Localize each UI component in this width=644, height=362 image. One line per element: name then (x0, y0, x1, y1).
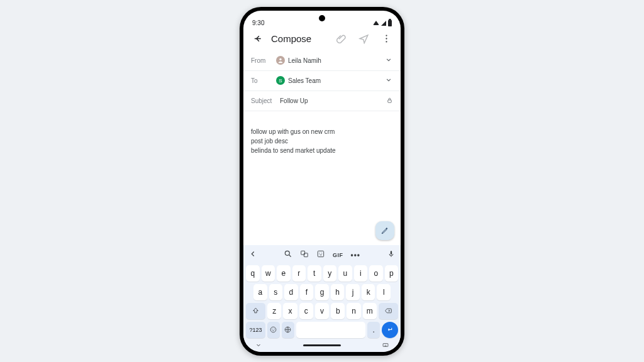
spacebar-key[interactable] (296, 322, 365, 338)
kb-more[interactable]: ••• (350, 251, 360, 260)
recipient-chip-name: Sales Team (288, 77, 321, 84)
key-c[interactable]: c (299, 303, 313, 319)
key-l[interactable]: l (377, 284, 391, 300)
period-key[interactable]: . (367, 322, 380, 338)
from-expand[interactable] (384, 55, 393, 65)
numeric-key[interactable]: ?123 (246, 322, 265, 338)
key-z[interactable]: z (267, 303, 281, 319)
app-header: Compose (243, 27, 401, 51)
svg-point-5 (285, 251, 289, 255)
key-b[interactable]: b (331, 303, 345, 319)
kb-sticker[interactable] (316, 250, 325, 261)
system-nav-bar (243, 339, 401, 352)
kb-mic[interactable] (387, 250, 396, 261)
to-label: To (251, 77, 271, 84)
screen: 9:30 Compose From (243, 11, 401, 352)
svg-point-14 (274, 329, 275, 329)
phone-frame: 9:30 Compose From (240, 7, 404, 356)
key-x[interactable]: x (283, 303, 297, 319)
more-button[interactable] (377, 30, 396, 48)
chevron-down-icon (255, 341, 262, 349)
kb-gif[interactable]: GIF (333, 252, 343, 258)
sticker-icon (316, 250, 325, 258)
magic-pen-icon (380, 226, 389, 235)
key-u[interactable]: u (338, 265, 352, 282)
front-camera (319, 15, 325, 21)
key-o[interactable]: o (369, 265, 383, 282)
subject-label: Subject (251, 97, 275, 104)
svg-point-2 (386, 41, 387, 42)
shift-icon (252, 307, 260, 315)
keyboard-icon (382, 341, 389, 349)
send-icon (358, 33, 369, 44)
onscreen-keyboard: GIF ••• qwertyuiop asdfghjkl zxcvbnm ?12… (243, 245, 401, 339)
to-expand[interactable] (384, 75, 393, 85)
back-button[interactable] (248, 30, 267, 48)
confidential-mode-icon[interactable] (386, 97, 393, 105)
kb-nav-back[interactable] (248, 250, 257, 261)
kb-translate[interactable] (300, 250, 309, 261)
svg-point-0 (386, 35, 387, 36)
subject-row[interactable]: Subject Follow Up (243, 91, 401, 111)
to-value: S Sales Team (276, 76, 379, 85)
nav-keyboard-hide[interactable] (255, 340, 262, 351)
key-s[interactable]: s (269, 284, 283, 300)
chevron-down-icon (384, 75, 393, 84)
from-label: From (251, 57, 271, 64)
kb-row-2: asdfghjkl (246, 284, 398, 300)
wifi-icon (373, 21, 379, 25)
send-button[interactable] (354, 30, 373, 48)
shift-key[interactable] (246, 303, 265, 319)
key-j[interactable]: j (346, 284, 360, 300)
svg-rect-8 (318, 251, 323, 256)
from-row[interactable]: From Leila Namih (243, 51, 401, 71)
key-h[interactable]: h (331, 284, 345, 300)
key-i[interactable]: i (354, 265, 368, 282)
key-f[interactable]: f (300, 284, 314, 300)
key-g[interactable]: g (315, 284, 329, 300)
person-icon (277, 57, 284, 63)
svg-point-1 (386, 38, 387, 39)
key-m[interactable]: m (363, 303, 377, 319)
nav-keyboard-switch[interactable] (382, 340, 389, 351)
svg-point-13 (272, 329, 273, 329)
page-title: Compose (271, 33, 328, 44)
key-p[interactable]: p (385, 265, 399, 282)
gesture-handle[interactable] (303, 344, 341, 346)
magic-compose-fab[interactable] (375, 221, 394, 240)
kb-row-4: ?123 . (246, 322, 398, 338)
to-row[interactable]: To S Sales Team (243, 71, 401, 91)
from-name: Leila Namih (288, 57, 321, 64)
kb-search[interactable] (284, 250, 292, 261)
more-vert-icon (381, 33, 392, 44)
compose-body[interactable]: follow up with gus on new crm post job d… (243, 111, 401, 245)
backspace-key[interactable] (379, 303, 398, 319)
recipient-chip-avatar: S (276, 76, 285, 85)
key-t[interactable]: t (308, 265, 321, 282)
battery-icon (388, 20, 392, 26)
svg-point-3 (279, 58, 281, 60)
key-e[interactable]: e (277, 265, 291, 282)
emoji-key[interactable] (267, 322, 280, 338)
enter-key[interactable] (382, 322, 398, 338)
key-n[interactable]: n (347, 303, 360, 319)
chevron-down-icon (384, 55, 393, 64)
key-r[interactable]: r (292, 265, 306, 282)
key-q[interactable]: q (246, 265, 260, 282)
from-value: Leila Namih (276, 56, 379, 65)
lock-icon (386, 97, 393, 104)
key-v[interactable]: v (315, 303, 329, 319)
language-key[interactable] (282, 322, 294, 338)
svg-point-12 (271, 327, 277, 332)
search-icon (284, 250, 292, 258)
key-y[interactable]: y (323, 265, 337, 282)
key-w[interactable]: w (262, 265, 275, 282)
key-k[interactable]: k (362, 284, 375, 300)
key-d[interactable]: d (284, 284, 298, 300)
attach-button[interactable] (331, 30, 350, 48)
svg-point-10 (321, 253, 322, 253)
arrow-left-icon (253, 33, 264, 44)
key-a[interactable]: a (253, 284, 267, 300)
enter-icon (386, 326, 394, 334)
backspace-icon (384, 307, 392, 315)
